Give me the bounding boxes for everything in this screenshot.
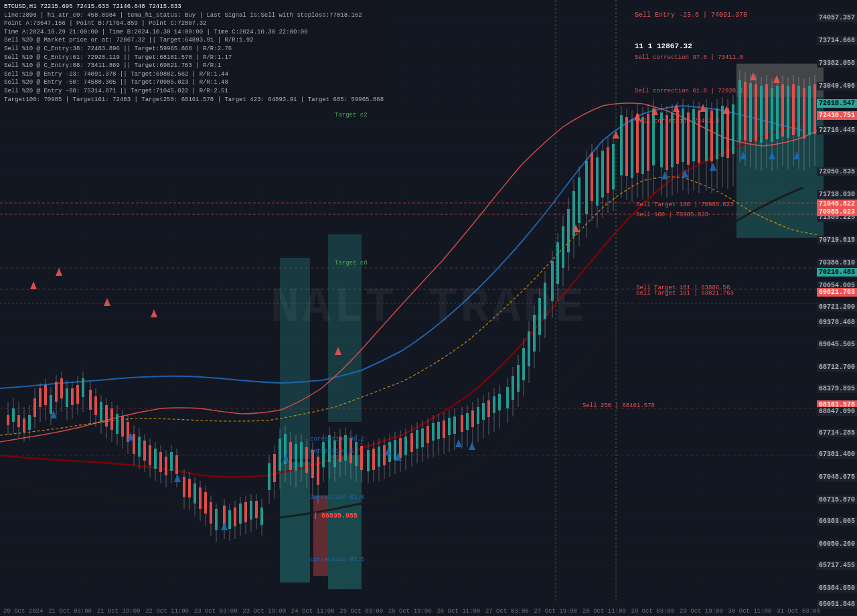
svg-rect-164 — [273, 454, 276, 482]
svg-rect-258 — [533, 315, 536, 352]
svg-rect-96 — [82, 378, 84, 397]
price-level-70719: 70719.615 — [817, 236, 857, 244]
svg-rect-264 — [551, 261, 554, 301]
svg-rect-288 — [620, 115, 623, 175]
svg-rect-114 — [133, 434, 135, 454]
svg-rect-256 — [528, 331, 530, 366]
time-label-11: 27 Oct 19:00 — [534, 608, 577, 615]
svg-rect-282 — [601, 151, 604, 198]
svg-rect-196 — [360, 446, 363, 470]
svg-rect-234 — [466, 413, 469, 430]
svg-rect-212 — [404, 437, 407, 455]
svg-rect-104 — [105, 405, 108, 427]
svg-rect-300 — [652, 108, 655, 165]
price-level-68047: 68047.090 — [817, 407, 857, 416]
svg-rect-262 — [544, 283, 546, 319]
svg-rect-126 — [165, 457, 167, 475]
time-label-10: 27 Oct 03:00 — [485, 608, 529, 615]
info-line-1: Line:2898 | h1_atr_c0: 458.8984 | tema_h… — [4, 11, 384, 20]
svg-rect-57 — [313, 495, 328, 576]
svg-rect-136 — [193, 483, 196, 504]
price-level-70216: 70216.483 — [817, 268, 857, 277]
svg-rect-220 — [426, 426, 429, 443]
svg-rect-248 — [506, 387, 509, 408]
time-label-6: 24 Oct 11:00 — [291, 608, 335, 615]
svg-rect-352 — [797, 86, 800, 137]
svg-rect-340 — [765, 84, 768, 139]
svg-rect-156 — [250, 501, 252, 520]
svg-rect-276 — [585, 161, 588, 214]
svg-rect-78 — [33, 398, 36, 417]
time-label-13: 29 Oct 03:00 — [631, 608, 675, 615]
svg-rect-280 — [596, 157, 599, 206]
svg-rect-118 — [143, 441, 146, 461]
svg-rect-286 — [612, 144, 615, 189]
svg-rect-336 — [755, 84, 757, 141]
svg-rect-56 — [328, 455, 362, 589]
svg-rect-144 — [215, 509, 218, 530]
svg-rect-108 — [116, 414, 119, 434]
svg-rect-128 — [170, 452, 173, 471]
price-level-69821: 69821.763 — [817, 288, 857, 297]
svg-text:Sell 100 | 70985.023: Sell 100 | 70985.023 — [636, 212, 708, 218]
svg-text:correction 87.5: correction 87.5 — [310, 556, 364, 563]
svg-rect-268 — [562, 226, 564, 268]
svg-rect-224 — [437, 422, 440, 439]
svg-rect-130 — [175, 455, 178, 474]
svg-text:Sell 250 | 68161.578: Sell 250 | 68161.578 — [582, 402, 655, 409]
svg-rect-358 — [813, 84, 816, 134]
svg-text:Sell Target 100 | 70985.023: Sell Target 100 | 70985.023 — [636, 202, 734, 208]
svg-rect-54 — [280, 462, 310, 583]
price-level-65384: 65384.650 — [817, 584, 857, 593]
svg-rect-134 — [188, 479, 191, 497]
svg-rect-148 — [228, 510, 231, 529]
svg-text:correction E: correction E — [310, 448, 354, 455]
svg-rect-278 — [591, 153, 593, 201]
svg-rect-84 — [50, 395, 52, 414]
svg-rect-82 — [44, 385, 47, 405]
svg-rect-94 — [76, 385, 79, 404]
svg-rect-98 — [89, 390, 92, 410]
svg-rect-214 — [410, 433, 413, 452]
svg-text:Sell Target 161 | 63821.763: Sell Target 161 | 63821.763 — [636, 290, 734, 297]
time-label-16: 31 Oct 03:00 — [777, 608, 820, 615]
price-level-70985: 70985.023 — [817, 208, 857, 216]
svg-rect-210 — [399, 438, 402, 458]
svg-rect-250 — [512, 376, 514, 400]
svg-rect-342 — [771, 88, 773, 142]
svg-rect-274 — [578, 177, 580, 223]
svg-rect-124 — [159, 452, 162, 472]
svg-rect-198 — [367, 450, 370, 471]
time-label-5: 23 Oct 19:00 — [242, 608, 286, 615]
svg-rect-254 — [522, 348, 525, 380]
info-panel: BTCUSD,H1 72215.695 72415.633 72146.648 … — [1, 1, 386, 105]
price-data: 72215.695 72415.633 72146.648 72415.633 — [40, 3, 181, 10]
svg-rect-142 — [210, 502, 212, 524]
svg-text:Sell correction 61.8 | 72928.1: Sell correction 61.8 | 72928.1 — [635, 88, 743, 94]
svg-text:| 66595.055: | 66595.055 — [313, 512, 358, 520]
svg-rect-350 — [792, 84, 795, 135]
time-axis: 20 Oct 2024 21 Oct 03:00 21 Oct 19:00 22… — [0, 607, 824, 616]
chart-container: BTCUSD,H1 72215.695 72415.633 72146.648 … — [0, 0, 857, 616]
time-label-3: 22 Oct 11:00 — [145, 608, 189, 615]
svg-rect-90 — [66, 388, 68, 407]
info-line-9: Sell %20 @ Entry -50: 74588.305 || Targe… — [4, 78, 384, 87]
chart-symbol: BTCUSD,H1 — [4, 3, 37, 10]
svg-rect-122 — [154, 449, 157, 469]
time-label-0: 20 Oct 2024 — [3, 608, 43, 615]
info-line-6: Sell %10 @ C_Entry:61: 72928.119 || Targ… — [4, 54, 384, 62]
svg-rect-180 — [317, 457, 319, 485]
svg-rect-80 — [39, 388, 42, 407]
svg-text:Target c2: Target c2 — [335, 112, 368, 119]
price-level-66383: 66383.065 — [817, 517, 857, 526]
time-label-14: 29 Oct 19:00 — [680, 608, 723, 615]
time-label-2: 21 Oct 19:00 — [97, 608, 141, 615]
svg-rect-74 — [23, 418, 25, 432]
svg-rect-238 — [477, 407, 479, 424]
svg-rect-170 — [289, 442, 292, 470]
svg-rect-208 — [394, 440, 396, 460]
svg-rect-348 — [787, 86, 789, 138]
svg-rect-270 — [567, 209, 570, 252]
svg-rect-70 — [12, 408, 15, 422]
svg-rect-244 — [493, 396, 495, 413]
